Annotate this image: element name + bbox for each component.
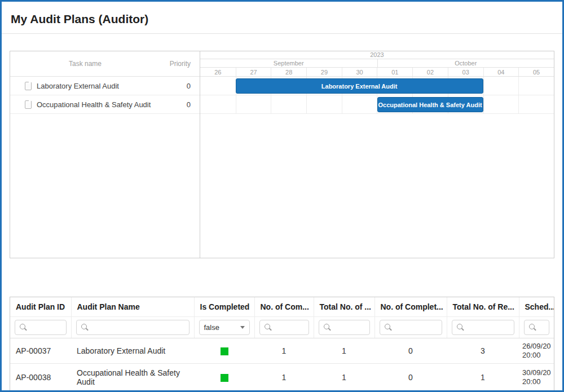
column-header-no-of-completed[interactable]: No. of Com... [254,297,314,317]
no-of-completed-filter-input[interactable] [275,323,304,332]
no-of-completed-cell: 1 [254,338,314,364]
my-audit-plans-page: { "page": { "title": "My Audit Plans (Au… [0,0,564,392]
is-completed-cell [194,364,254,391]
table-filter-row: false [10,317,554,338]
gantt-grid-cell [483,95,519,113]
total-no-of-filter-input[interactable] [334,323,365,332]
document-icon [25,100,32,109]
gantt-grid-header: Task name Priority [10,51,200,77]
gantt-grid-cell [518,95,554,113]
task-name-column-header: Task name [10,60,160,68]
gantt-grid: Task name Priority Laboratory External A… [10,51,200,258]
gantt-grid-cell [306,95,342,113]
timeline-day: 27 [236,68,271,76]
total-no-of-cell: 1 [314,338,374,364]
column-header-is-completed[interactable]: Is Completed [194,297,254,317]
gantt-grid-cell [236,95,271,113]
gantt-grid-cell [200,77,236,95]
search-icon [265,324,272,331]
page-header: My Audit Plans (Auditor) [2,2,562,33]
table-header-row: Audit Plan ID Audit Plan Name Is Complet… [10,297,554,317]
gantt-grid-cell [200,95,236,113]
audit-plan-id-filter[interactable] [15,320,67,335]
priority-column-header: Priority [160,60,200,68]
table-row-ap-00038[interactable]: AP-00038 Occupational Health & Safety Au… [10,364,554,391]
is-completed-filter-dropdown[interactable]: false [199,320,250,335]
timeline-months: September October [200,59,554,68]
audit-plan-name-cell: Occupational Health & Safety Audit [71,364,194,391]
is-completed-filter-value: false [204,323,219,332]
gantt-task-row-laboratory-external-audit[interactable]: Laboratory External Audit 0 [10,77,200,95]
total-no-of-re-filter[interactable] [452,320,514,335]
timeline-month-october: October [377,59,554,67]
scheduled-cell: 26/09/20 20:00 [519,338,554,364]
no-of-completed-filter[interactable] [259,320,309,335]
timeline-day: 28 [271,68,306,76]
is-completed-indicator [221,347,228,355]
search-icon [385,324,392,331]
timeline-day: 30 [342,68,377,76]
task-name: Occupational Health & Safety Audit [37,100,160,109]
header-divider [2,33,562,34]
scheduled-cell: 30/09/20 20:00 [519,364,554,391]
search-icon [529,324,536,331]
task-name: Laboratory External Audit [37,82,160,90]
timeline-day: 05 [518,68,554,76]
gantt-grid-cell [271,95,306,113]
task-priority: 0 [160,100,200,109]
page-title: My Audit Plans (Auditor) [11,12,553,27]
gantt-grid-cell [483,77,519,95]
gantt-task-row-occupational-health-safety-audit[interactable]: Occupational Health & Safety Audit 0 [10,95,200,114]
gantt-timeline-body: Laboratory External Audit Occupational H… [200,77,554,258]
timeline-day: 02 [412,68,448,76]
gantt-timeline: 2023 September October 26 27 28 29 30 01… [200,51,554,258]
timeline-day: 26 [200,68,236,76]
total-no-of-filter[interactable] [319,320,370,335]
no-of-complete-cell: 0 [374,338,447,364]
is-completed-cell [194,338,254,364]
audit-plan-name-filter[interactable] [76,320,190,335]
search-icon [457,324,464,331]
column-header-scheduled[interactable]: Sched... [519,297,554,317]
audit-plan-id-cell: AP-00037 [10,338,71,364]
search-icon [324,324,331,331]
scheduled-filter[interactable] [524,320,550,335]
column-header-total-no-of-re[interactable]: Total No. of Re... [447,297,519,317]
total-no-of-re-cell: 1 [447,364,519,391]
timeline-year: 2023 [200,51,554,59]
no-of-complete-filter[interactable] [380,320,442,335]
timeline-day: 01 [377,68,412,76]
timeline-days: 26 27 28 29 30 01 02 03 04 05 [200,68,554,77]
audit-plan-name-filter-input[interactable] [92,323,184,332]
task-priority: 0 [160,82,200,90]
gantt-bar-occupational-health-safety-audit[interactable]: Occupational Health & Safety Audit [377,97,483,112]
search-icon [20,324,27,331]
document-icon [25,82,32,90]
timeline-month-september: September [200,59,377,67]
gantt-grid-cell [518,77,554,95]
column-header-total-no-of[interactable]: Total No. of ... [314,297,374,317]
scheduled-filter-input[interactable] [540,323,545,332]
column-header-audit-plan-name[interactable]: Audit Plan Name [71,297,194,317]
no-of-complete-cell: 0 [374,364,447,391]
total-no-of-re-cell: 3 [447,338,519,364]
audit-plan-id-filter-input[interactable] [30,323,61,332]
table-row-ap-00037[interactable]: AP-00037 Laboratory External Audit 1 1 0… [10,338,554,364]
chevron-down-icon [240,326,245,329]
audit-plan-id-cell: AP-00038 [10,364,71,391]
no-of-complete-filter-input[interactable] [395,323,437,332]
audit-plans-table: Audit Plan ID Audit Plan Name Is Complet… [10,297,554,391]
audit-plan-name-cell: Laboratory External Audit [71,338,194,364]
gantt-chart: Task name Priority Laboratory External A… [10,51,554,258]
gantt-grid-cell [342,95,377,113]
gantt-bar-laboratory-external-audit[interactable]: Laboratory External Audit [236,78,483,94]
total-no-of-re-filter-input[interactable] [468,323,509,332]
timeline-day: 04 [483,68,519,76]
column-header-no-of-complete[interactable]: No. of Complet... [374,297,447,317]
column-header-audit-plan-id[interactable]: Audit Plan ID [10,297,71,317]
is-completed-indicator [221,374,228,382]
timeline-day: 29 [306,68,342,76]
total-no-of-cell: 1 [314,364,374,391]
no-of-completed-cell: 1 [254,364,314,391]
timeline-day: 03 [448,68,483,76]
